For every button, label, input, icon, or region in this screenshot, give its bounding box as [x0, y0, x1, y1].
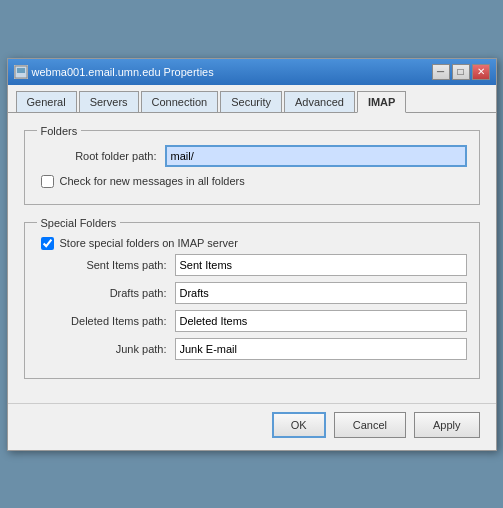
title-bar: webma001.email.umn.edu Properties ─ □ ✕ [8, 59, 496, 85]
tab-security[interactable]: Security [220, 91, 282, 112]
check-new-messages-row: Check for new messages in all folders [41, 175, 467, 188]
sent-items-label: Sent Items path: [57, 259, 167, 271]
minimize-button[interactable]: ─ [432, 64, 450, 80]
deleted-items-label: Deleted Items path: [57, 315, 167, 327]
apply-button[interactable]: Apply [414, 412, 480, 438]
close-button[interactable]: ✕ [472, 64, 490, 80]
tab-general[interactable]: General [16, 91, 77, 112]
folders-section: Folders Root folder path: Check for new … [24, 125, 480, 205]
root-folder-label: Root folder path: [37, 150, 157, 162]
store-on-server-label: Store special folders on IMAP server [60, 237, 238, 249]
folders-legend: Folders [37, 125, 82, 137]
window-title: webma001.email.umn.edu Properties [32, 66, 214, 78]
deleted-items-row: Deleted Items path: [57, 310, 467, 332]
special-folders-legend: Special Folders [37, 217, 121, 229]
maximize-button[interactable]: □ [452, 64, 470, 80]
check-new-messages-checkbox[interactable] [41, 175, 54, 188]
deleted-items-input[interactable] [175, 310, 467, 332]
button-bar: OK Cancel Apply [8, 403, 496, 450]
tab-advanced[interactable]: Advanced [284, 91, 355, 112]
tab-connection[interactable]: Connection [141, 91, 219, 112]
sent-items-input[interactable] [175, 254, 467, 276]
svg-rect-1 [17, 68, 25, 73]
tab-imap[interactable]: IMAP [357, 91, 407, 113]
special-paths: Sent Items path: Drafts path: Deleted It… [37, 254, 467, 360]
junk-input[interactable] [175, 338, 467, 360]
cancel-button[interactable]: Cancel [334, 412, 406, 438]
root-folder-row: Root folder path: [37, 145, 467, 167]
store-on-server-row: Store special folders on IMAP server [41, 237, 467, 250]
sent-items-row: Sent Items path: [57, 254, 467, 276]
drafts-label: Drafts path: [57, 287, 167, 299]
special-folders-section: Special Folders Store special folders on… [24, 217, 480, 379]
junk-row: Junk path: [57, 338, 467, 360]
drafts-row: Drafts path: [57, 282, 467, 304]
store-on-server-checkbox[interactable] [41, 237, 54, 250]
ok-button[interactable]: OK [272, 412, 326, 438]
root-folder-input[interactable] [165, 145, 467, 167]
drafts-input[interactable] [175, 282, 467, 304]
check-new-messages-label: Check for new messages in all folders [60, 175, 245, 187]
window-icon [14, 65, 28, 79]
tabs-bar: General Servers Connection Security Adva… [8, 85, 496, 113]
junk-label: Junk path: [57, 343, 167, 355]
tab-content: Folders Root folder path: Check for new … [8, 113, 496, 403]
properties-dialog: webma001.email.umn.edu Properties ─ □ ✕ … [7, 58, 497, 451]
tab-servers[interactable]: Servers [79, 91, 139, 112]
